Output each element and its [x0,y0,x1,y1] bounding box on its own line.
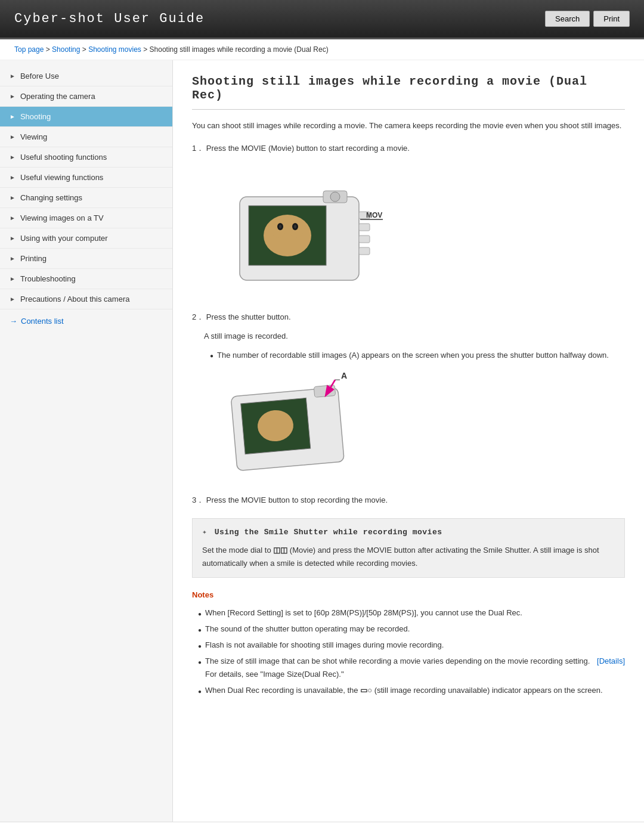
header-buttons: Search Print [545,11,630,27]
notes-list: When [Record Setting] is set to [60p 28M… [198,606,625,698]
sidebar: ► Before Use ► Operating the camera ► Sh… [0,60,173,822]
sidebar-item-label: Changing settings [20,193,82,202]
chevron-right-icon: ► [10,194,16,201]
sidebar-item-changing-settings[interactable]: ► Changing settings [0,188,172,208]
chevron-right-icon: ► [10,255,16,262]
step-2-text: 2． Press the shutter button. [192,311,625,324]
svg-point-8 [294,225,296,228]
note-3-text: Flash is not available for shooting stil… [205,639,444,652]
tip-title: ✦ Using the Smile Shutter while recordin… [202,526,615,539]
note-1-text: When [Record Setting] is set to [60p 28M… [205,606,522,620]
svg-point-10 [330,192,340,202]
step-2-sub-text: A still image is recorded. [204,332,288,340]
sidebar-item-computer[interactable]: ► Using with your computer [0,228,172,249]
tip-box: ✦ Using the Smile Shutter while recordin… [192,518,625,578]
note-5-text: When Dual Rec recording is unavailable, … [205,684,603,697]
camera-illustration-2: A [216,368,371,477]
page-header: Cyber-shot User Guide Search Print [0,0,644,39]
notes-box: Notes When [Record Setting] is set to [6… [192,589,625,698]
sidebar-item-label: Viewing [20,132,47,141]
sidebar-item-label: Viewing images on a TV [20,213,104,222]
step-2-label: Press the shutter button. [206,312,291,321]
svg-rect-13 [359,236,370,243]
chevron-right-icon: ► [10,93,16,100]
contents-link-label: Contents list [21,317,64,326]
sidebar-item-useful-shooting[interactable]: ► Useful shooting functions [0,147,172,168]
chevron-right-icon: ► [10,73,16,79]
unavailable-icon: ▭○ [360,686,372,695]
sidebar-item-label: Before Use [20,72,59,80]
sidebar-item-label: Operating the camera [20,92,95,101]
step-1-label: Press the MOVIE (Movie) button to start … [206,144,410,153]
sidebar-item-viewing[interactable]: ► Viewing [0,127,172,147]
step-1: 1． Press the MOVIE (Movie) button to sta… [192,142,625,300]
breadcrumb-shooting-movies[interactable]: Shooting movies [88,45,141,54]
sidebar-item-before-use[interactable]: ► Before Use [0,66,172,86]
main-layout: ► Before Use ► Operating the camera ► Sh… [0,60,644,822]
step-2-note: The number of recordable still images (A… [204,349,625,362]
sidebar-item-label: Printing [20,254,47,263]
step-2-sub: A still image is recorded. [204,330,625,343]
sidebar-item-troubleshooting[interactable]: ► Troubleshooting [0,269,172,289]
note-4-text: The size of still image that can be shot… [205,655,597,681]
svg-text:MOVIE: MOVIE [366,211,383,219]
breadcrumb: Top page > Shooting > Shooting movies > … [0,39,644,60]
note-item-5: When Dual Rec recording is unavailable, … [198,684,625,697]
main-content: Shooting still images while recording a … [173,60,644,822]
chevron-right-icon: ► [10,174,16,181]
chevron-right-icon: ► [10,235,16,241]
chevron-right-icon: ► [10,215,16,221]
arrow-right-icon: → [10,317,17,326]
back-to-top[interactable]: ▲ Back to top [0,822,644,833]
step-3-label: Press the MOVIE button to stop recording… [206,496,388,504]
contents-list-link[interactable]: → Contents list [0,309,172,333]
print-button[interactable]: Print [593,11,630,27]
svg-rect-12 [359,224,370,231]
step-3: 3． Press the MOVIE button to stop record… [192,494,625,507]
chevron-right-icon: ► [10,134,16,140]
breadcrumb-current: Shooting still images while recording a … [150,45,329,54]
sidebar-item-label: Troubleshooting [20,274,76,283]
sidebar-item-label: Precautions / About this camera [20,295,130,304]
breadcrumb-shooting[interactable]: Shooting [52,45,80,54]
note-item-4: The size of still image that can be shot… [198,655,625,681]
sidebar-item-viewing-tv[interactable]: ► Viewing images on a TV [0,208,172,228]
page-title: Shooting still images while recording a … [192,75,625,110]
note-2-text: The sound of the shutter button operatin… [205,623,410,636]
movie-mode-icon: ◫◫ [273,546,287,555]
notes-title: Notes [192,589,625,602]
step-2-bullet: The number of recordable still images (A… [210,349,625,362]
breadcrumb-toppage[interactable]: Top page [14,45,44,54]
sidebar-item-label: Using with your computer [20,234,108,243]
note-item-1: When [Record Setting] is set to [60p 28M… [198,606,625,620]
sidebar-item-label: Useful shooting functions [20,153,107,162]
chevron-right-icon: ► [10,113,16,120]
chevron-right-icon: ► [10,296,16,302]
chevron-right-icon: ► [10,154,16,160]
sidebar-item-useful-viewing[interactable]: ► Useful viewing functions [0,168,172,188]
step-1-text: 1． Press the MOVIE (Movie) button to sta… [192,142,625,155]
tip-title-text: Using the Smile Shutter while recording … [215,528,442,537]
sidebar-item-operating-camera[interactable]: ► Operating the camera [0,86,172,107]
step-2: 2． Press the shutter button. A still ima… [192,311,625,483]
site-title: Cyber-shot User Guide [14,11,205,26]
sidebar-item-label: Useful viewing functions [20,173,103,182]
search-button[interactable]: Search [545,11,590,27]
details-link[interactable]: [Details] [597,655,625,668]
sidebar-item-shooting[interactable]: ► Shooting [0,107,172,127]
sidebar-item-label: Shooting [20,112,51,121]
svg-rect-20 [314,385,335,398]
svg-rect-14 [359,247,370,255]
note-item-3: Flash is not available for shooting stil… [198,639,625,652]
sidebar-item-printing[interactable]: ► Printing [0,249,172,269]
camera-svg-2: A [216,368,371,475]
step-3-text: 3． Press the MOVIE button to stop record… [192,494,625,507]
camera-illustration-1: MOVIE [216,167,383,294]
svg-point-2 [264,215,311,256]
camera-svg-1: MOVIE [216,167,383,292]
intro-text: You can shoot still images while recordi… [192,119,625,132]
svg-text:A: A [341,371,347,380]
svg-point-7 [279,225,281,228]
sidebar-item-precautions[interactable]: ► Precautions / About this camera [0,289,172,309]
tip-icon: ✦ [202,528,207,537]
